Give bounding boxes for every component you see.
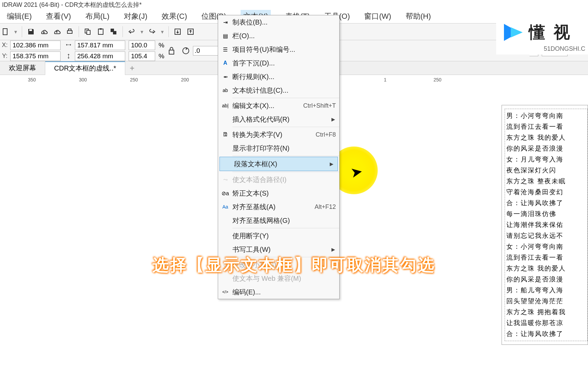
column-icon: ▤ <box>218 33 232 39</box>
rotate-icon <box>181 46 190 55</box>
bullet-icon: ☰ <box>218 46 232 53</box>
baseline-icon: Aa <box>218 204 232 210</box>
y-label: Y: <box>1 52 8 60</box>
logo-url: 51DONGSHI.C <box>544 45 585 52</box>
menu-layout[interactable]: 布局(L) <box>85 11 110 21</box>
height-icon: ⭥ <box>65 53 73 59</box>
menu-bullet[interactable]: ☰项目符号(U)和编号... <box>218 43 339 56</box>
lock-icon[interactable] <box>168 46 175 56</box>
print-icon[interactable] <box>66 28 74 36</box>
svg-rect-5 <box>87 30 90 34</box>
menu-view[interactable]: 查看(V) <box>46 11 71 21</box>
tab-document[interactable]: CDR文本框的虚线..* <box>45 61 125 75</box>
menu-fitpath: ⤳使文本适合路径(I) <box>218 173 339 186</box>
menu-help[interactable]: 帮助(H) <box>406 11 431 21</box>
cloud-up-icon[interactable] <box>53 28 61 36</box>
menu-hyphen[interactable]: 使用断字(Y) <box>218 229 339 243</box>
watermark-logo: 懂 视 51DONGSHI.C <box>496 10 588 55</box>
svg-rect-3 <box>68 29 71 31</box>
width-input[interactable] <box>75 41 125 50</box>
cloud-down-icon[interactable] <box>40 28 48 36</box>
redo-icon[interactable] <box>148 28 156 36</box>
break-icon: ⥇ <box>218 74 232 80</box>
edittext-icon: ab| <box>218 103 232 108</box>
scalex-input[interactable] <box>129 41 155 50</box>
encode-icon: </> <box>218 290 232 294</box>
width-icon: ⭤ <box>65 42 73 48</box>
svg-rect-7 <box>100 28 102 30</box>
menu-edittext[interactable]: ab|编辑文本(X)...Ctrl+Shift+T <box>218 99 339 112</box>
duplicate-icon[interactable] <box>110 28 118 36</box>
logo-text: 懂 视 <box>529 21 572 43</box>
menu-window[interactable]: 窗口(W) <box>364 11 391 21</box>
scaley-input[interactable] <box>129 51 155 61</box>
stats-icon: ab <box>218 88 232 93</box>
menu-dropcap[interactable]: A首字下沉(D)... <box>218 56 339 70</box>
menu-encode[interactable]: </>编码(E)... <box>218 285 339 299</box>
export-icon[interactable] <box>186 28 195 36</box>
menu-break[interactable]: ⥇断行规则(K)... <box>218 70 339 83</box>
logo-icon <box>499 19 526 46</box>
menu-nonprint[interactable]: 显示非打印字符(N) <box>218 141 339 155</box>
window-title: IDRAW 2021 (64-Bit) - CDR文本框的虚线怎么去掉* <box>0 0 588 10</box>
undo-icon[interactable] <box>128 28 136 36</box>
tabstop-icon: ⇥ <box>218 19 232 26</box>
new-icon[interactable] <box>1 28 10 36</box>
menu-basegrid[interactable]: 对齐至基线网格(G) <box>218 214 339 227</box>
paste-icon[interactable] <box>97 28 105 36</box>
import-icon[interactable] <box>174 28 182 36</box>
menu-straighten[interactable]: ⊘a矫正文本(S) <box>218 186 339 200</box>
svg-rect-0 <box>3 29 7 35</box>
rotation-input[interactable] <box>193 46 220 56</box>
menu-toart[interactable]: 🖺转换为美术字(V)Ctrl+F8 <box>218 128 339 141</box>
y-input[interactable] <box>10 51 61 61</box>
menu-object[interactable]: 对象(J) <box>124 11 148 21</box>
svg-point-15 <box>183 48 189 54</box>
copy-icon[interactable] <box>84 28 92 36</box>
svg-rect-14 <box>169 50 174 54</box>
svg-rect-1 <box>29 29 32 31</box>
svg-rect-2 <box>67 31 72 33</box>
menu-stats[interactable]: ab文本统计信息(C)... <box>218 83 339 97</box>
x-input[interactable] <box>10 41 61 50</box>
save-icon[interactable] <box>27 28 35 36</box>
svg-rect-9 <box>113 31 116 34</box>
paragraph-text-frame[interactable]: 男：小河弯弯向南流到香江去看一看东方之珠 我的爱人你的风采是否浪漫女：月儿弯弯入… <box>505 109 588 341</box>
straighten-icon: ⊘a <box>218 190 232 197</box>
x-label: X: <box>1 42 8 49</box>
menu-tabstop[interactable]: ⇥制表位(B)... <box>218 15 339 29</box>
svg-rect-6 <box>98 29 103 34</box>
video-subtitle: 选择【显示文本框】即可取消其勾选 <box>152 254 436 276</box>
menu-effect[interactable]: 效果(C) <box>162 11 187 21</box>
menu-paraframe[interactable]: 段落文本框(X)▶ <box>219 157 338 171</box>
menu-baseline[interactable]: Aa对齐至基线(A)Alt+F12 <box>218 200 339 214</box>
dropcap-icon: A <box>218 60 232 66</box>
height-input[interactable] <box>75 51 125 61</box>
tab-welcome[interactable]: 欢迎屏幕 <box>0 61 45 75</box>
convert-icon: 🖺 <box>218 132 232 138</box>
menu-edit[interactable]: 编辑(E) <box>7 11 32 21</box>
page-frame: 男：小河弯弯向南流到香江去看一看东方之珠 我的爱人你的风采是否浪漫女：月儿弯弯入… <box>502 105 588 345</box>
fitpath-icon: ⤳ <box>218 177 232 183</box>
tab-add-button[interactable]: + <box>125 63 139 73</box>
menu-insfmt[interactable]: 插入格式化代码(R)▶ <box>218 112 339 126</box>
menu-column[interactable]: ▤栏(O)... <box>218 29 339 43</box>
